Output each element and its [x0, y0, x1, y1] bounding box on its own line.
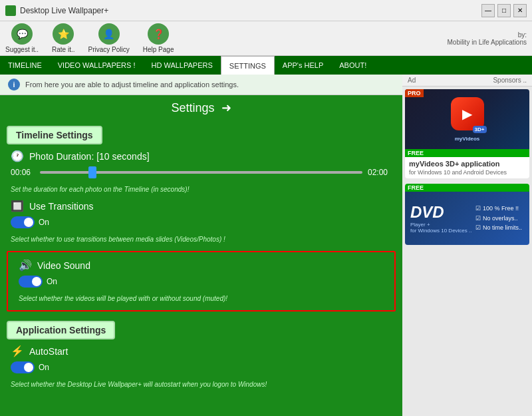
transitions-hint: Select whether to use transitions betwee… — [11, 234, 225, 246]
transitions-toggle-row: On — [0, 215, 402, 230]
video-sound-toggle[interactable] — [19, 276, 43, 288]
window-controls[interactable]: — □ ✕ — [481, 4, 527, 17]
transitions-toggle[interactable] — [11, 216, 35, 228]
duration-slider-row: 00:06 02:00 — [0, 165, 402, 180]
help-label: Help Page — [143, 46, 174, 53]
rate-button[interactable]: ⭐ Rate it.. — [52, 23, 74, 53]
autostart-toggle-knob — [24, 363, 33, 372]
autostart-toggle-row: On — [0, 360, 402, 375]
photo-duration-label: Photo Duration: [10 seconds] — [29, 151, 150, 162]
ad-pro-badge: PRO — [405, 89, 424, 97]
info-icon: i — [8, 79, 20, 91]
transitions-setting: 🔲 Use Transitions — [0, 197, 402, 215]
application-section-header: Application Settings — [7, 321, 115, 339]
rate-label: Rate it.. — [52, 46, 74, 53]
video-sound-toggle-label: On — [47, 277, 57, 286]
tab-apps-help[interactable]: APP's HELP — [275, 56, 331, 75]
rate-icon: ⭐ — [53, 23, 74, 45]
ad-card-2[interactable]: FREE DVD Player + for Windows 10 Devices… — [405, 184, 529, 245]
video-sound-hint: Select whether the videos will be played… — [19, 294, 227, 305]
settings-title: Settings ➜ — [0, 95, 402, 120]
ad-free-badge-1: FREE — [405, 149, 529, 157]
ad-panel: Ad Sponsors .. PRO ▶ 3D+ myVideos FREE m… — [402, 75, 532, 416]
video-sound-setting: 🔊 Video Sound — [8, 256, 394, 274]
autostart-toggle-label: On — [39, 363, 49, 372]
suggest-icon: 💬 — [11, 23, 33, 45]
info-text: From here you are able to adjust timelin… — [25, 81, 239, 89]
maximize-button[interactable]: □ — [497, 4, 511, 17]
duration-hint: Set the duration for each photo on the T… — [11, 184, 189, 196]
suggest-button[interactable]: 💬 Suggest it.. — [5, 23, 39, 53]
ad1-title: myVideos 3D+ application — [405, 157, 529, 169]
video-sound-label: Video Sound — [37, 260, 90, 271]
duration-slider[interactable] — [40, 171, 362, 174]
autostart-hint: Select whether the Desktop Live Wallpape… — [11, 379, 267, 391]
transitions-label: Use Transitions — [29, 201, 93, 212]
video-sound-toggle-row: On — [8, 274, 394, 289]
autostart-label: AutoStart — [29, 346, 68, 357]
tab-video-wallpapers[interactable]: VIDEO WALLPAPERS ! — [50, 56, 144, 75]
transitions-icon: 🔲 — [11, 200, 24, 212]
tab-settings[interactable]: SETTINGS — [221, 56, 275, 75]
close-button[interactable]: ✕ — [513, 4, 527, 17]
content-area: i From here you are able to adjust timel… — [0, 75, 532, 416]
video-sound-toggle-knob — [32, 277, 41, 286]
timeline-section-header: Timeline Settings — [7, 126, 102, 144]
autostart-toggle[interactable] — [11, 361, 35, 373]
dvd-features: ☑ 100 % Free !! ☑ No overlays.. ☑ No tim… — [475, 204, 522, 232]
ad2-content: DVD Player + for Windows 10 Devices .. ☑… — [405, 192, 529, 245]
end-time: 02:00 — [368, 168, 392, 177]
tab-about[interactable]: ABOUT! — [331, 56, 374, 75]
ad-card-1[interactable]: PRO ▶ 3D+ myVideos FREE myVideos 3D+ app… — [405, 89, 529, 178]
clock-icon: 🕐 — [11, 150, 24, 162]
volume-icon: 🔊 — [19, 259, 32, 272]
transitions-toggle-label: On — [39, 218, 49, 227]
settings-panel: i From here you are able to adjust timel… — [0, 75, 402, 416]
privacy-label: Privacy Policy — [88, 46, 130, 53]
photo-duration-setting: 🕐 Photo Duration: [10 seconds] — [0, 147, 402, 165]
tab-hd-wallpapers[interactable]: HD WALLPAPERS — [144, 56, 221, 75]
tab-timeline[interactable]: TIMELINE — [0, 56, 50, 75]
autostart-icon: ⚡ — [11, 345, 24, 357]
minimize-button[interactable]: — — [481, 4, 495, 17]
top-navigation: 💬 Suggest it.. ⭐ Rate it.. 👤 Privacy Pol… — [0, 21, 532, 56]
video-sound-section: 🔊 Video Sound On Select whether the vide… — [7, 251, 396, 312]
transitions-toggle-knob — [24, 218, 33, 227]
ad1-content: ▶ 3D+ myVideos — [405, 89, 529, 149]
slider-thumb[interactable] — [88, 166, 96, 178]
ad-header: Ad Sponsors .. — [402, 75, 532, 87]
title-bar: Desktop Live Wallpaper+ — □ ✕ — [0, 0, 532, 21]
privacy-button[interactable]: 👤 Privacy Policy — [88, 23, 130, 53]
company-label: by: Mobility in Life Applications — [447, 31, 527, 46]
start-time: 00:06 — [11, 168, 35, 177]
app-title: Desktop Live Wallpaper+ — [20, 6, 108, 15]
help-button[interactable]: ❓ Help Page — [143, 23, 174, 53]
privacy-icon: 👤 — [98, 23, 120, 45]
info-bar: i From here you are able to adjust timel… — [0, 75, 402, 95]
app-icon — [5, 5, 16, 16]
autostart-setting: ⚡ AutoStart — [0, 342, 402, 360]
help-icon: ❓ — [148, 23, 169, 45]
arrow-icon: ➜ — [221, 101, 231, 115]
suggest-label: Suggest it.. — [5, 46, 39, 53]
menu-tabs: TIMELINE VIDEO WALLPAPERS ! HD WALLPAPER… — [0, 56, 532, 75]
ad1-subtitle: for Windows 10 and Android Devices — [405, 169, 529, 178]
